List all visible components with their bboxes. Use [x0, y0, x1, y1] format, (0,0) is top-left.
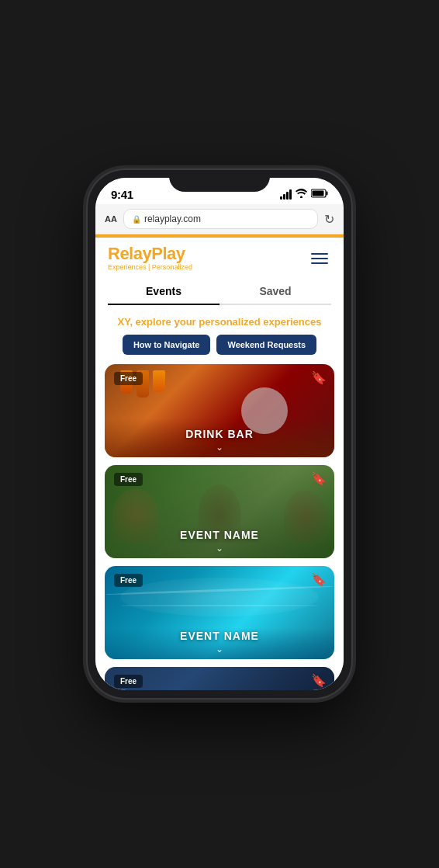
browser-bar: AA 🔒 relayplay.com ↻	[95, 204, 344, 234]
svg-rect-2	[313, 191, 324, 196]
browser-url-text: relayplay.com	[144, 214, 201, 224]
event-cards: Free 🔖 DRINK BAR ⌄ Free	[95, 364, 344, 690]
svg-rect-1	[327, 192, 328, 196]
wifi-icon	[296, 187, 307, 201]
logo-area: RelayPlay Experiences | Personalized	[108, 245, 192, 271]
browser-url-bar[interactable]: 🔒 relayplay.com	[123, 209, 318, 229]
weekend-requests-button[interactable]: Weekend Requests	[216, 335, 316, 355]
event-card-4[interactable]: Free 🔖 EVENT NAME ⌄	[105, 667, 334, 690]
main-content: XY, explore your personalized experience…	[95, 305, 344, 690]
reload-icon[interactable]: ↻	[324, 212, 334, 227]
card-bookmark-1[interactable]: 🔖	[311, 370, 327, 385]
logo-text: RelayPlay	[108, 245, 192, 262]
notch	[169, 170, 270, 192]
header-top: RelayPlay Experiences | Personalized	[108, 245, 331, 271]
card-chevron-1: ⌄	[216, 442, 223, 453]
phone-frame: 9:41	[88, 170, 351, 698]
navigation-tabs: Events Saved	[108, 279, 331, 305]
circular-overlay	[241, 387, 288, 434]
logo-tagline: Experiences | Personalized	[108, 263, 192, 271]
browser-aa-text[interactable]: AA	[105, 214, 117, 224]
card-bookmark-2[interactable]: 🔖	[311, 471, 327, 486]
tab-saved[interactable]: Saved	[220, 279, 331, 304]
personalized-header: XY, explore your personalized experience…	[95, 305, 344, 335]
card-title-drink-bar: DRINK BAR	[105, 428, 334, 440]
card-chevron-3: ⌄	[216, 644, 223, 654]
phone-screen: 9:41	[95, 178, 344, 690]
hamburger-menu-icon[interactable]	[308, 250, 331, 267]
tab-events[interactable]: Events	[108, 279, 220, 304]
card-free-badge-4: Free	[114, 675, 143, 688]
how-to-navigate-button[interactable]: How to Navigate	[123, 335, 211, 355]
signal-icon	[280, 189, 292, 200]
status-time: 9:41	[111, 188, 133, 201]
event-card-2[interactable]: Free 🔖 EVENT NAME ⌄	[105, 465, 334, 558]
card-title-2: EVENT NAME	[105, 529, 334, 541]
card-free-badge-1: Free	[114, 372, 143, 385]
action-buttons: How to Navigate Weekend Requests	[95, 335, 344, 364]
card-bookmark-4[interactable]: 🔖	[311, 673, 327, 688]
personalized-text: XY, explore your personalized experience…	[117, 316, 321, 328]
battery-icon	[311, 187, 328, 201]
card-free-badge-2: Free	[114, 473, 143, 486]
card-title-3: EVENT NAME	[105, 630, 334, 642]
event-card-drink-bar[interactable]: Free 🔖 DRINK BAR ⌄	[105, 364, 334, 457]
card-bookmark-3[interactable]: 🔖	[311, 572, 327, 587]
lock-icon: 🔒	[132, 215, 141, 224]
card-free-badge-3: Free	[114, 574, 143, 587]
event-card-3[interactable]: Free 🔖 EVENT NAME ⌄	[105, 566, 334, 659]
card-chevron-2: ⌄	[216, 543, 223, 554]
status-icons	[280, 187, 328, 201]
app-header: RelayPlay Experiences | Personalized Eve…	[95, 238, 344, 305]
